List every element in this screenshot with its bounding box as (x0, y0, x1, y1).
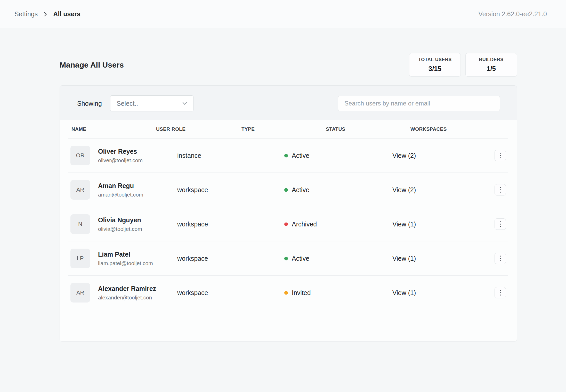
row-actions-button[interactable] (495, 150, 506, 161)
status-cell: Invited (284, 289, 311, 297)
stat-value-builders: 1/5 (487, 65, 496, 73)
user-block: Aman Regu aman@tooljet.com (98, 182, 143, 198)
table-row: AR Alexander Ramirez alexander@tooljet.c… (68, 276, 508, 310)
status-dot (284, 154, 288, 157)
avatar: OR (70, 146, 90, 165)
user-email: liam.patel@tooljet.com (98, 260, 153, 266)
status-label: Active (292, 186, 309, 194)
status-dot (284, 257, 288, 260)
user-name: Liam Patel (98, 251, 153, 258)
kebab-menu-icon (500, 221, 501, 227)
status-label: Invited (292, 289, 311, 297)
status-dot (284, 188, 288, 192)
breadcrumb-current-page: All users (53, 10, 80, 18)
status-cell: Active (284, 255, 309, 262)
column-header-user-role: USER ROLE (156, 126, 185, 132)
row-actions-button[interactable] (495, 184, 506, 195)
showing-filter-select-value: Select.. (117, 100, 138, 107)
column-header-workspaces: WORKSPACES (410, 126, 447, 132)
table-row: LP Liam Patel liam.patel@tooljet.com wor… (68, 241, 508, 276)
stats-cards: TOTAL USERS 3/15 BUILDERS 1/5 (409, 53, 517, 77)
table-row: OR Oliver Reyes oliver@tooljet.com insta… (68, 138, 508, 173)
column-header-status: STATUS (326, 126, 345, 132)
workspaces-view-link[interactable]: View (2) (392, 152, 416, 159)
showing-label: Showing (77, 100, 102, 107)
user-role: workspace (177, 289, 208, 297)
avatar: LP (70, 249, 90, 268)
stat-card-builders: BUILDERS 1/5 (465, 53, 517, 77)
user-block: Oliver Reyes oliver@tooljet.com (98, 148, 143, 164)
workspaces-view-link[interactable]: View (1) (392, 221, 416, 228)
users-table: NAME USER ROLE TYPE STATUS WORKSPACES OR… (60, 120, 517, 341)
avatar: AR (70, 283, 90, 303)
column-header-name: NAME (71, 126, 86, 132)
user-name: Aman Regu (98, 182, 143, 190)
main-content: Manage All Users TOTAL USERS 3/15 BUILDE… (60, 53, 517, 342)
status-cell: Active (284, 152, 309, 159)
status-label: Active (292, 152, 309, 159)
chevron-down-icon (181, 100, 188, 107)
user-name: Alexander Ramirez (98, 285, 156, 292)
status-label: Active (292, 255, 309, 262)
status-label: Archived (292, 221, 317, 228)
top-bar: Settings All users Version 2.62.0-ee2.21… (0, 0, 566, 28)
stat-card-total-users: TOTAL USERS 3/15 (409, 53, 461, 77)
column-header-type: TYPE (241, 126, 255, 132)
kebab-menu-icon (500, 187, 501, 193)
filter-row: Showing Select.. (60, 86, 517, 120)
user-name: Oliver Reyes (98, 148, 143, 155)
user-block: Liam Patel liam.patel@tooljet.com (98, 251, 153, 266)
row-actions-button[interactable] (495, 253, 506, 264)
user-block: Alexander Ramirez alexander@tooljet.con (98, 285, 156, 301)
status-dot (284, 222, 288, 226)
kebab-menu-icon (500, 256, 501, 261)
row-actions-button[interactable] (495, 287, 506, 298)
page-title: Manage All Users (60, 61, 124, 69)
user-email: aman@tooljet.com (98, 192, 143, 198)
user-name: Olivia Nguyen (98, 216, 142, 224)
row-actions-button[interactable] (495, 218, 506, 230)
status-cell: Active (284, 186, 309, 194)
workspaces-view-link[interactable]: View (1) (392, 289, 416, 297)
showing-filter-select[interactable]: Select.. (110, 95, 193, 111)
status-dot (284, 291, 288, 295)
workspaces-view-link[interactable]: View (2) (392, 186, 416, 194)
users-panel: Showing Select.. NAME USER ROLE TYPE STA… (60, 85, 517, 342)
breadcrumb-chevron-icon (43, 12, 48, 17)
user-email: alexander@tooljet.con (98, 295, 156, 301)
user-email: olivia@tooljet.com (98, 226, 142, 232)
search-input[interactable] (338, 96, 500, 111)
breadcrumb-item-settings[interactable]: Settings (14, 10, 38, 18)
avatar: AR (70, 180, 90, 200)
status-cell: Archived (284, 221, 317, 228)
user-role: workspace (177, 186, 208, 194)
title-row: Manage All Users TOTAL USERS 3/15 BUILDE… (60, 53, 517, 77)
stat-label-builders: BUILDERS (479, 57, 503, 62)
user-role: instance (177, 152, 201, 159)
kebab-menu-icon (500, 153, 501, 158)
version-label: Version 2.62.0-ee2.21.0 (479, 10, 547, 18)
table-header-row: NAME USER ROLE TYPE STATUS WORKSPACES (68, 120, 508, 138)
kebab-menu-icon (500, 290, 501, 296)
stat-label-total-users: TOTAL USERS (418, 57, 451, 62)
user-block: Olivia Nguyen olivia@tooljet.com (98, 216, 142, 232)
user-email: oliver@tooljet.com (98, 157, 143, 164)
table-row: AR Aman Regu aman@tooljet.com workspace … (68, 173, 508, 207)
stat-value-total-users: 3/15 (428, 65, 442, 73)
table-row: N Olivia Nguyen olivia@tooljet.com works… (68, 207, 508, 241)
user-role: workspace (177, 221, 208, 228)
avatar: N (70, 214, 90, 234)
user-role: workspace (177, 255, 208, 262)
breadcrumb: Settings All users (14, 10, 80, 18)
workspaces-view-link[interactable]: View (1) (392, 255, 416, 262)
